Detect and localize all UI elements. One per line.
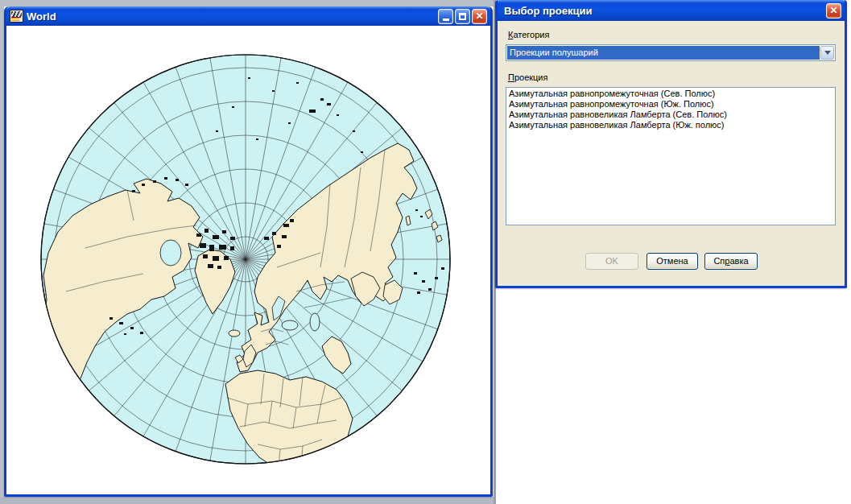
help-button[interactable]: Справка xyxy=(704,253,758,270)
maximize-icon xyxy=(459,13,466,20)
projection-dialog: Выбор проекции ✕ Категория Проекции полу… xyxy=(495,0,847,288)
projection-label-rest: роекция xyxy=(514,72,548,82)
map-document-icon xyxy=(10,10,23,23)
help-label-pre: Сп xyxy=(713,256,725,266)
dialog-titlebar[interactable]: Выбор проекции ✕ xyxy=(498,0,845,21)
window-title: World xyxy=(23,10,438,23)
projection-label-hotkey: П xyxy=(508,72,514,82)
listbox-item[interactable]: Азимутальная равновеликая Ламберта (Юж. … xyxy=(506,120,835,130)
land-iceland xyxy=(229,330,240,337)
combobox-selected-value: Проекции полушарий xyxy=(507,46,820,60)
dialog-title: Выбор проекции xyxy=(501,5,826,17)
minimize-button[interactable] xyxy=(438,9,453,24)
close-button[interactable]: ✕ xyxy=(472,9,487,24)
dialog-body: Категория Проекции полушарий Проекция Аз… xyxy=(498,21,845,286)
world-window: World ✕ xyxy=(4,6,493,497)
ok-button: OK xyxy=(585,253,638,270)
category-label-rest: атегория xyxy=(513,30,549,39)
workspace-edge-bottom xyxy=(0,497,496,504)
listbox-item[interactable]: Азимутальная равнопромежуточная (Сев. По… xyxy=(506,89,835,99)
dialog-close-icon: ✕ xyxy=(829,6,837,15)
listbox-item[interactable]: Азимутальная равновеликая Ламберта (Сев.… xyxy=(506,109,835,120)
category-combobox[interactable]: Проекции полушарий xyxy=(506,44,836,61)
listbox-item[interactable]: Азимутальная равнопромежуточная (Юж. Пол… xyxy=(506,99,835,109)
dialog-button-row: OK Отмена Справка xyxy=(498,253,845,271)
cancel-button[interactable]: Отмена xyxy=(647,253,698,270)
dialog-close-button[interactable]: ✕ xyxy=(826,3,841,19)
projection-label: Проекция xyxy=(508,72,547,82)
help-label-post: авка xyxy=(729,256,748,266)
combobox-dropdown-button[interactable] xyxy=(820,46,834,60)
world-titlebar[interactable]: World ✕ xyxy=(6,6,490,26)
map-client-area[interactable] xyxy=(6,26,490,494)
maximize-button[interactable] xyxy=(455,9,470,24)
desktop-background: { "window": { "title": "World", "close_i… xyxy=(0,0,851,504)
world-map-canvas[interactable] xyxy=(6,26,490,494)
category-label: Категория xyxy=(508,30,549,39)
workspace-edge-top xyxy=(0,0,495,6)
minimize-icon xyxy=(443,19,449,21)
chevron-down-icon xyxy=(824,51,831,55)
projection-listbox[interactable]: Азимутальная равнопромежуточная (Сев. По… xyxy=(506,87,836,225)
close-icon: ✕ xyxy=(475,11,483,21)
